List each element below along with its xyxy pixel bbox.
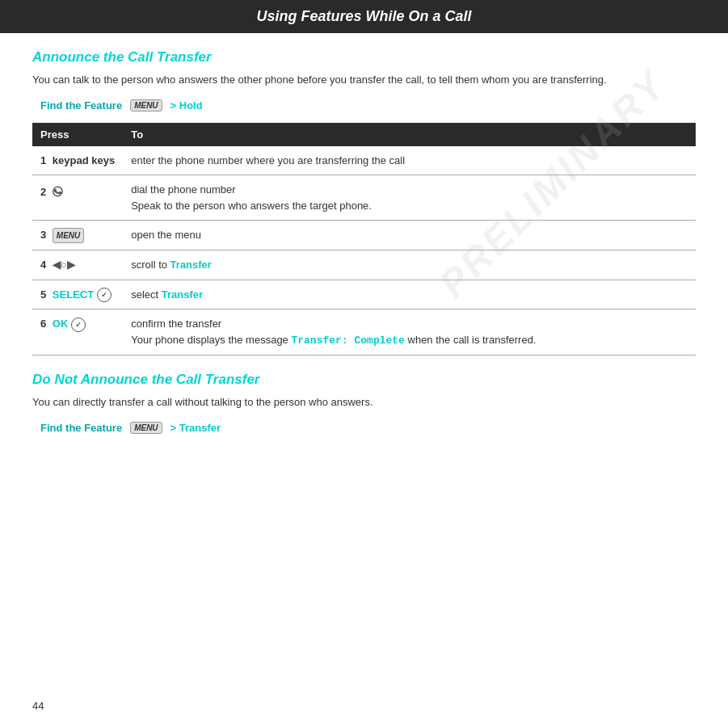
section-announce: Announce the Call Transfer You can talk … <box>32 49 696 356</box>
step-num-1: 1 <box>40 154 46 166</box>
press-cell-1: 1 keypad keys <box>32 146 123 175</box>
page-number: 44 <box>32 700 44 712</box>
ok-icon-6: ✓ <box>71 318 86 332</box>
step-num-5: 5 <box>40 288 46 301</box>
to-cell-6: confirm the transfer Your phone displays… <box>123 309 696 356</box>
page-content: Announce the Call Transfer You can talk … <box>0 33 728 461</box>
to-cell-4: scroll to Transfer <box>123 250 696 280</box>
table-row: 5 SELECT ✓ select Transfer <box>32 280 696 309</box>
section2-title: Do Not Announce the Call Transfer <box>32 372 696 388</box>
table-header-row: Press To <box>32 123 696 146</box>
find-feature-label-1: Find the Feature <box>40 99 122 112</box>
to-cell-2: dial the phone number Speak to the perso… <box>123 175 696 221</box>
table-row: 2 ✆ dial the phone number Speak to the p… <box>32 175 696 221</box>
step-num-3: 3 <box>40 229 46 241</box>
transfer-word-5: Transfer <box>162 288 203 301</box>
find-feature-arrow-2: > Transfer <box>170 422 221 434</box>
page-header-title: Using Features While On a Call <box>256 8 471 24</box>
page-header: Using Features While On a Call <box>0 0 728 33</box>
select-label-5: SELECT <box>53 288 94 301</box>
find-feature-row-2: Find the Feature MENU > Transfer <box>32 422 696 434</box>
press-cell-2: 2 ✆ <box>32 175 123 221</box>
press-cell-5: 5 SELECT ✓ <box>32 280 123 309</box>
step-num-2: 2 <box>40 186 46 198</box>
col-to: To <box>123 123 696 146</box>
nav-icon-4: ◀○▶ <box>53 259 75 271</box>
section-do-not-announce: Do Not Announce the Call Transfer You ca… <box>32 372 696 434</box>
select-icon-5: ✓ <box>97 288 112 302</box>
send-icon: ✆ <box>48 187 67 197</box>
menu-icon-3: MENU <box>53 228 84 243</box>
menu-badge-1: MENU <box>130 99 162 112</box>
step-num-4: 4 <box>40 259 46 271</box>
ok-label-6: OK <box>53 318 69 330</box>
to-cell-3: open the menu <box>123 221 696 250</box>
transfer-complete-code: Transfer: Complete <box>291 335 404 347</box>
section1-body: You can talk to the person who answers t… <box>32 72 696 88</box>
table-row: 3 MENU open the menu <box>32 221 696 250</box>
col-press: Press <box>32 123 123 146</box>
find-feature-arrow-1: > Hold <box>170 99 203 112</box>
table-row: 4 ◀○▶ scroll to Transfer <box>32 250 696 280</box>
menu-badge-2: MENU <box>130 422 162 434</box>
section1-title: Announce the Call Transfer <box>32 49 696 65</box>
find-feature-label-2: Find the Feature <box>40 422 122 434</box>
table-row: 6 OK ✓ confirm the transfer Your phone d… <box>32 309 696 356</box>
press-cell-6: 6 OK ✓ <box>32 309 123 356</box>
step-num-6: 6 <box>40 318 46 330</box>
press-cell-3: 3 MENU <box>32 221 123 250</box>
press-cell-4: 4 ◀○▶ <box>32 250 123 280</box>
to-cell-5: select Transfer <box>123 280 696 309</box>
find-feature-row-1: Find the Feature MENU > Hold <box>32 99 696 112</box>
steps-table: Press To 1 keypad keys enter the phone n… <box>32 123 696 356</box>
press-label-1: keypad keys <box>53 154 115 166</box>
table-row: 1 keypad keys enter the phone number whe… <box>32 146 696 175</box>
to-cell-1: enter the phone number where you are tra… <box>123 146 696 175</box>
section2-body: You can directly transfer a call without… <box>32 394 696 410</box>
transfer-word-4: Transfer <box>170 259 212 271</box>
